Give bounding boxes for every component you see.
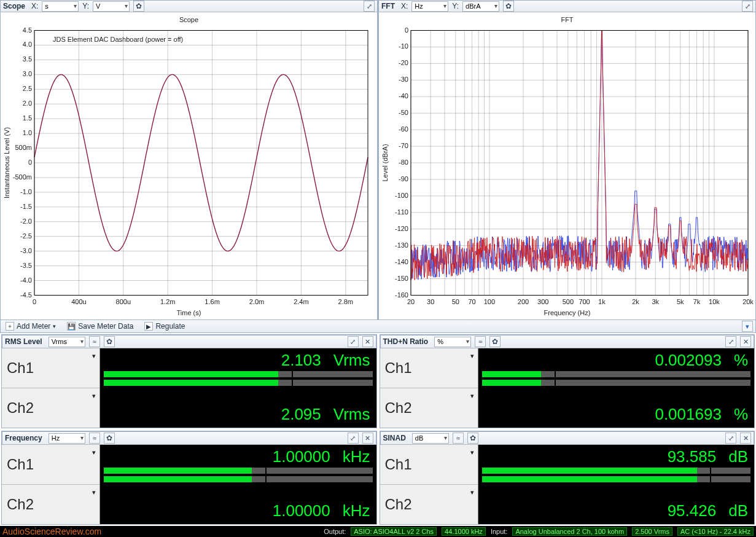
gear-icon[interactable]: ✿ — [503, 1, 514, 12]
popout-icon[interactable]: ⤢ — [348, 433, 359, 444]
svg-text:70: 70 — [468, 298, 475, 305]
input-bw[interactable]: AC (<10 Hz) - 22.4 kHz — [677, 527, 754, 536]
svg-text:500m: 500m — [15, 144, 32, 151]
channel-2-selector[interactable]: Ch2 — [380, 485, 478, 524]
svg-text:-4.5: -4.5 — [20, 291, 32, 299]
svg-text:20k: 20k — [742, 298, 754, 305]
svg-text:-50: -50 — [399, 109, 408, 116]
svg-text:-2.0: -2.0 — [20, 218, 32, 225]
output-device[interactable]: ASIO: ASIO4ALL v2 2 Chs — [351, 527, 437, 536]
svg-text:-120: -120 — [395, 225, 408, 232]
channel-1-selector[interactable]: Ch1 — [380, 348, 478, 388]
svg-text:-160: -160 — [395, 291, 408, 299]
gear-icon[interactable]: ✿ — [489, 336, 501, 347]
channel-1-selector[interactable]: Ch1 — [2, 348, 99, 388]
ch1-reading: 0.002093% — [655, 351, 748, 370]
popout-icon[interactable]: ⤢ — [364, 1, 375, 12]
collapse-icon[interactable]: ▾ — [742, 321, 753, 332]
add-meter-button[interactable]: ＋ Add Meter ▾ — [3, 322, 58, 331]
svg-text:-130: -130 — [395, 241, 408, 249]
scope-y-unit-select[interactable]: V — [93, 1, 130, 12]
close-icon[interactable]: ✕ — [362, 336, 373, 347]
gear-icon[interactable]: ✿ — [467, 433, 478, 444]
fft-x-unit-select[interactable]: Hz — [411, 1, 448, 12]
close-icon[interactable]: ✕ — [740, 433, 751, 444]
meter-unit-select[interactable]: Hz — [49, 433, 85, 444]
scope-chart[interactable]: ScopeJDS Element DAC Dashboard (power = … — [0, 12, 378, 320]
svg-text:4.5: 4.5 — [23, 26, 32, 34]
svg-text:400u: 400u — [71, 298, 86, 305]
popout-icon[interactable]: ⤢ — [725, 336, 736, 347]
fft-panel-bar: FFT X: Hz Y: dBrA ✿ ⤢ — [378, 0, 756, 12]
meter-unit-select[interactable]: dB — [412, 433, 449, 444]
svg-text:-100: -100 — [395, 192, 408, 199]
scope-y-label: Y: — [82, 2, 89, 10]
svg-text:-1.0: -1.0 — [20, 188, 32, 195]
stats-icon[interactable]: ≈ — [453, 433, 464, 444]
scope-panel-bar: Scope X: s Y: V ✿ ⤢ — [0, 0, 378, 12]
gear-icon[interactable]: ✿ — [104, 336, 115, 347]
svg-text:-90: -90 — [399, 175, 408, 182]
svg-text:800u: 800u — [116, 298, 131, 305]
svg-text:Scope: Scope — [179, 16, 198, 23]
fft-y-label: Y: — [452, 2, 459, 10]
svg-text:1k: 1k — [598, 298, 606, 305]
meter-title: RMS Level — [5, 337, 45, 346]
channel-1-selector[interactable]: Ch1 — [2, 445, 99, 485]
channel-2-selector[interactable]: Ch2 — [380, 388, 478, 428]
svg-text:Time (s): Time (s) — [177, 309, 201, 316]
meter-unit-select[interactable]: % — [434, 337, 471, 347]
svg-text:-2.5: -2.5 — [20, 232, 32, 240]
save-meter-button[interactable]: 💾 Save Meter Data — [64, 322, 136, 331]
play-icon: ▶ — [144, 322, 153, 331]
stats-icon[interactable]: ≈ — [89, 433, 100, 444]
popout-icon[interactable]: ⤢ — [742, 1, 753, 12]
ch2-reading: 1.00000kHz — [273, 501, 370, 520]
svg-text:700: 700 — [579, 298, 590, 305]
fft-chart[interactable]: FFT0-10-20-30-40-50-60-70-80-90-100-110-… — [378, 12, 756, 320]
svg-text:2k: 2k — [632, 298, 639, 305]
svg-text:3.5: 3.5 — [23, 55, 32, 63]
svg-text:-140: -140 — [395, 258, 408, 265]
fft-y-unit-select[interactable]: dBrA — [462, 1, 499, 12]
svg-text:1.0: 1.0 — [23, 129, 32, 136]
svg-text:-110: -110 — [395, 208, 408, 216]
close-icon[interactable]: ✕ — [740, 336, 751, 347]
meter-toolbar: ＋ Add Meter ▾ 💾 Save Meter Data ▶ Regula… — [0, 319, 756, 333]
svg-text:0: 0 — [405, 26, 408, 34]
svg-text:Instantaneous Level (V): Instantaneous Level (V) — [3, 127, 10, 198]
svg-text:-40: -40 — [399, 92, 408, 100]
svg-text:10k: 10k — [709, 298, 720, 305]
svg-text:-80: -80 — [399, 159, 408, 166]
svg-text:5k: 5k — [677, 298, 684, 305]
scope-x-unit-select[interactable]: s — [42, 1, 79, 12]
channel-1-selector[interactable]: Ch1 — [380, 445, 478, 485]
svg-text:2.8m: 2.8m — [338, 298, 353, 305]
stats-icon[interactable]: ≈ — [475, 336, 486, 347]
channel-2-selector[interactable]: Ch2 — [2, 485, 99, 524]
plus-icon: ＋ — [6, 322, 14, 331]
popout-icon[interactable]: ⤢ — [348, 336, 359, 347]
svg-text:-150: -150 — [395, 275, 408, 282]
input-level[interactable]: 2.500 Vrms — [632, 527, 672, 536]
svg-text:200: 200 — [518, 298, 529, 305]
svg-text:500: 500 — [563, 298, 574, 305]
gear-icon[interactable]: ✿ — [104, 433, 115, 444]
stats-icon[interactable]: ≈ — [89, 336, 100, 347]
svg-text:-4.0: -4.0 — [20, 276, 32, 284]
svg-text:-3.5: -3.5 — [20, 262, 32, 269]
ch2-reading: 0.001693% — [655, 405, 748, 424]
svg-text:20: 20 — [407, 298, 415, 305]
popout-icon[interactable]: ⤢ — [725, 433, 736, 444]
regulate-button[interactable]: ▶ Regulate — [142, 322, 187, 331]
save-icon: 💾 — [67, 322, 76, 331]
close-icon[interactable]: ✕ — [362, 433, 373, 444]
freq-meter: Frequency Hz ≈ ✿ ⤢ ✕ Ch1 Ch2 1.00000kHz — [1, 431, 377, 525]
ch2-reading: 2.095Vrms — [281, 405, 370, 424]
input-device[interactable]: Analog Unbalanced 2 Ch, 100 kohm — [512, 527, 627, 536]
output-rate[interactable]: 44.1000 kHz — [442, 527, 486, 536]
gear-icon[interactable]: ✿ — [133, 1, 144, 12]
svg-text:0: 0 — [28, 159, 32, 166]
meter-unit-select[interactable]: Vrms — [49, 337, 85, 347]
channel-2-selector[interactable]: Ch2 — [2, 388, 99, 428]
